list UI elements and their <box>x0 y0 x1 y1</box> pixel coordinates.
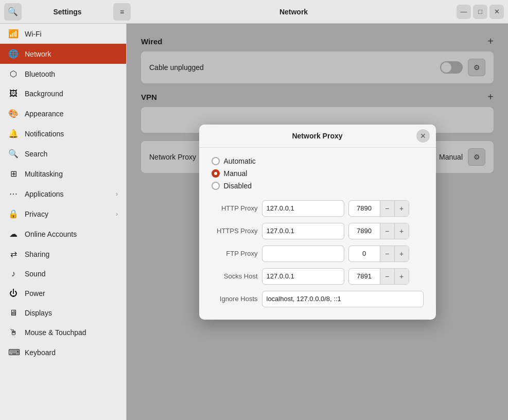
sidebar-item-multitasking[interactable]: ⊞ Multitasking <box>0 164 126 184</box>
sidebar-item-search[interactable]: 🔍 Search <box>0 144 126 164</box>
sidebar-item-keyboard[interactable]: ⌨ Keyboard <box>0 342 126 362</box>
maximize-icon: □ <box>478 8 482 15</box>
radio-manual[interactable]: Manual <box>212 169 424 178</box>
radio-circle-automatic <box>212 157 220 165</box>
titlebar-left: 🔍 Settings ≡ <box>4 3 131 21</box>
ignore-hosts-input[interactable] <box>262 291 424 307</box>
proxy-http-inc-button[interactable]: + <box>394 201 409 216</box>
proxy-ftp-inc-button[interactable]: + <box>394 246 409 261</box>
proxy-http-host-input[interactable] <box>262 200 344 217</box>
wifi-icon: 📶 <box>8 29 19 39</box>
privacy-icon: 🔒 <box>8 209 19 219</box>
radio-automatic[interactable]: Automatic <box>212 157 424 165</box>
proxy-http-port-group: − + <box>348 200 409 217</box>
maximize-button[interactable]: □ <box>473 5 487 19</box>
proxy-https-inc-button[interactable]: + <box>394 223 409 239</box>
sidebar-item-network[interactable]: 🌐 Network <box>0 44 126 64</box>
sidebar-label-notifications: Notifications <box>25 130 118 138</box>
sidebar-label-displays: Displays <box>25 309 118 317</box>
proxy-https-dec-button[interactable]: − <box>380 223 394 239</box>
window-title: Network <box>279 8 308 16</box>
applications-icon: ⋯ <box>8 189 19 199</box>
sidebar-label-multitasking: Multitasking <box>25 170 118 178</box>
sidebar-label-privacy: Privacy <box>25 210 110 218</box>
proxy-socks-port-group: − + <box>348 268 409 285</box>
radio-disabled[interactable]: Disabled <box>212 182 424 190</box>
proxy-socks-dec-button[interactable]: − <box>380 269 394 284</box>
proxy-http-dec-button[interactable]: − <box>380 201 394 216</box>
proxy-https-port-group: − + <box>348 223 409 239</box>
ignore-hosts-row: Ignore Hosts <box>212 291 424 307</box>
sidebar-item-sharing[interactable]: ⇄ Sharing <box>0 244 126 264</box>
sidebar-item-online-accounts[interactable]: ☁ Online Accounts <box>0 224 126 244</box>
proxy-ftp-dec-button[interactable]: − <box>380 246 394 261</box>
radio-circle-manual <box>212 169 220 178</box>
sidebar-label-power: Power <box>25 289 118 297</box>
proxy-socks-host-input[interactable] <box>262 268 344 285</box>
sidebar-item-applications[interactable]: ⋯ Applications › <box>0 184 126 204</box>
network-proxy-modal: Network Proxy ✕ Automatic Manual Disable… <box>199 125 436 320</box>
sidebar: 📶 Wi-Fi 🌐 Network ⬡ Bluetooth 🖼 Backgrou… <box>0 24 127 420</box>
proxy-ftp-label: FTP Proxy <box>212 250 258 257</box>
sidebar-item-bluetooth[interactable]: ⬡ Bluetooth <box>0 64 126 84</box>
sound-icon: ♪ <box>8 269 19 278</box>
menu-icon: ≡ <box>120 8 124 16</box>
proxy-fields: HTTP Proxy − + HTTPS Proxy − + FTP Proxy… <box>212 200 424 285</box>
chevron-icon: › <box>116 190 118 198</box>
proxy-https-label: HTTPS Proxy <box>212 227 258 235</box>
displays-icon: 🖥 <box>8 308 19 318</box>
proxy-socks-row: Socks Host − + <box>212 268 424 285</box>
sidebar-item-power[interactable]: ⏻ Power <box>0 284 126 303</box>
modal-body: Automatic Manual Disabled HTTP Proxy − +… <box>199 148 436 320</box>
proxy-http-label: HTTP Proxy <box>212 204 258 212</box>
minimize-button[interactable]: — <box>457 5 471 19</box>
proxy-ftp-host-input[interactable] <box>262 246 344 262</box>
mouse-touchpad-icon: 🖱 <box>8 328 19 337</box>
sidebar-item-background[interactable]: 🖼 Background <box>0 84 126 103</box>
search-icon: 🔍 <box>8 149 19 159</box>
modal-close-icon: ✕ <box>420 132 426 140</box>
modal-close-button[interactable]: ✕ <box>416 129 430 143</box>
sidebar-label-search: Search <box>25 150 118 158</box>
search-icon: 🔍 <box>8 7 18 16</box>
sidebar-label-online-accounts: Online Accounts <box>25 230 118 238</box>
sidebar-item-sound[interactable]: ♪ Sound <box>0 264 126 284</box>
proxy-ftp-row: FTP Proxy − + <box>212 246 424 262</box>
proxy-http-port-input[interactable] <box>349 201 380 216</box>
titlebar-right: — □ ✕ <box>457 5 504 19</box>
chevron-icon: › <box>116 211 118 218</box>
sidebar-item-wifi[interactable]: 📶 Wi-Fi <box>0 24 126 44</box>
ignore-hosts-label: Ignore Hosts <box>212 295 258 303</box>
titlebar-search-button[interactable]: 🔍 <box>4 3 22 21</box>
sidebar-item-mouse-touchpad[interactable]: 🖱 Mouse & Touchpad <box>0 323 126 342</box>
radio-circle-disabled <box>212 182 220 190</box>
appearance-icon: 🎨 <box>8 109 19 118</box>
proxy-ftp-port-input[interactable] <box>349 246 380 261</box>
sidebar-label-sharing: Sharing <box>25 250 118 258</box>
main-layout: 📶 Wi-Fi 🌐 Network ⬡ Bluetooth 🖼 Backgrou… <box>0 24 508 420</box>
proxy-https-port-input[interactable] <box>349 223 380 239</box>
radio-label-manual: Manual <box>224 169 248 178</box>
content-area: Wired + Cable unplugged ⚙ VPN + Network … <box>127 24 508 420</box>
bluetooth-icon: ⬡ <box>8 69 19 79</box>
proxy-https-host-input[interactable] <box>262 223 344 239</box>
close-button[interactable]: ✕ <box>489 5 504 19</box>
proxy-http-row: HTTP Proxy − + <box>212 200 424 217</box>
modal-header: Network Proxy ✕ <box>199 125 436 148</box>
multitasking-icon: ⊞ <box>8 169 19 179</box>
sharing-icon: ⇄ <box>8 249 19 259</box>
titlebar-center: Network <box>131 8 457 16</box>
sidebar-label-network: Network <box>25 50 118 58</box>
background-icon: 🖼 <box>8 89 19 98</box>
modal-title: Network Proxy <box>292 132 342 140</box>
close-icon: ✕ <box>494 8 500 15</box>
proxy-socks-label: Socks Host <box>212 272 258 280</box>
sidebar-item-notifications[interactable]: 🔔 Notifications <box>0 124 126 144</box>
proxy-ftp-port-group: − + <box>348 246 409 262</box>
sidebar-item-displays[interactable]: 🖥 Displays <box>0 303 126 323</box>
sidebar-item-appearance[interactable]: 🎨 Appearance <box>0 103 126 124</box>
titlebar-menu-button[interactable]: ≡ <box>113 3 131 21</box>
proxy-socks-inc-button[interactable]: + <box>394 269 409 284</box>
sidebar-item-privacy[interactable]: 🔒 Privacy › <box>0 204 126 224</box>
proxy-socks-port-input[interactable] <box>349 269 380 284</box>
